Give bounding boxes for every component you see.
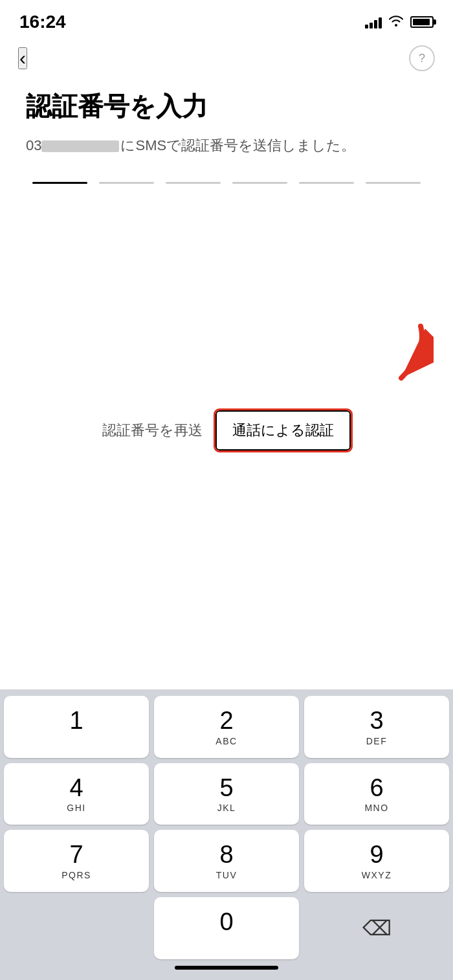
key-3[interactable]: 3 DEF [304, 696, 449, 758]
status-time: 16:24 [19, 12, 66, 32]
key-2[interactable]: 2 ABC [154, 696, 299, 758]
code-slot-6 [366, 182, 421, 184]
key-0[interactable]: 0 [154, 897, 299, 959]
action-area: 認証番号を再送 通話による認証 [0, 391, 453, 470]
back-button[interactable]: ‹ [18, 47, 27, 69]
key-8[interactable]: 8 TUV [154, 830, 299, 892]
resend-link[interactable]: 認証番号を再送 [102, 421, 203, 440]
key-1[interactable]: 1 [4, 696, 149, 758]
key-7[interactable]: 7 PQRS [4, 830, 149, 892]
key-4[interactable]: 4 GHI [4, 763, 149, 825]
code-slot-3 [166, 182, 221, 184]
keypad: 1 2 ABC 3 DEF 4 GHI 5 JKL 6 MNO 7 PQRS [0, 689, 453, 980]
main-content: 認証番号を入力 03にSMSで認証番号を送信しました。 [0, 78, 453, 236]
subtitle-suffix: にSMSで認証番号を送信しました。 [120, 137, 355, 153]
call-auth-button[interactable]: 通話による認証 [215, 410, 351, 451]
delete-button[interactable]: ⌫ [304, 897, 449, 959]
code-slot-2 [99, 182, 154, 184]
keypad-grid: 1 2 ABC 3 DEF 4 GHI 5 JKL 6 MNO 7 PQRS [4, 696, 449, 892]
nav-bar: ‹ ? [0, 39, 453, 78]
help-button[interactable]: ? [409, 45, 435, 71]
key-9[interactable]: 9 WXYZ [304, 830, 449, 892]
key-5[interactable]: 5 JKL [154, 763, 299, 825]
signal-icon [365, 16, 382, 28]
phone-number-masked [41, 140, 119, 152]
phone-number-prefix: 03 [26, 137, 41, 153]
delete-icon: ⌫ [362, 916, 392, 941]
page-title: 認証番号を入力 [26, 91, 427, 122]
subtitle: 03にSMSで認証番号を送信しました。 [26, 135, 427, 156]
wifi-icon [388, 15, 404, 30]
key-empty [4, 897, 149, 959]
battery-icon [410, 16, 434, 28]
arrow-annotation [356, 320, 434, 400]
keypad-bottom-row: 0 ⌫ [4, 897, 449, 959]
key-6[interactable]: 6 MNO [304, 763, 449, 825]
code-input-row [26, 182, 427, 184]
action-section: 認証番号を再送 通話による認証 [0, 391, 453, 470]
code-slot-5 [299, 182, 354, 184]
code-slot-1 [32, 182, 87, 184]
home-bar [175, 966, 278, 970]
code-slot-4 [232, 182, 287, 184]
home-indicator [4, 959, 449, 974]
status-icons [365, 15, 434, 30]
status-bar: 16:24 [0, 0, 453, 39]
